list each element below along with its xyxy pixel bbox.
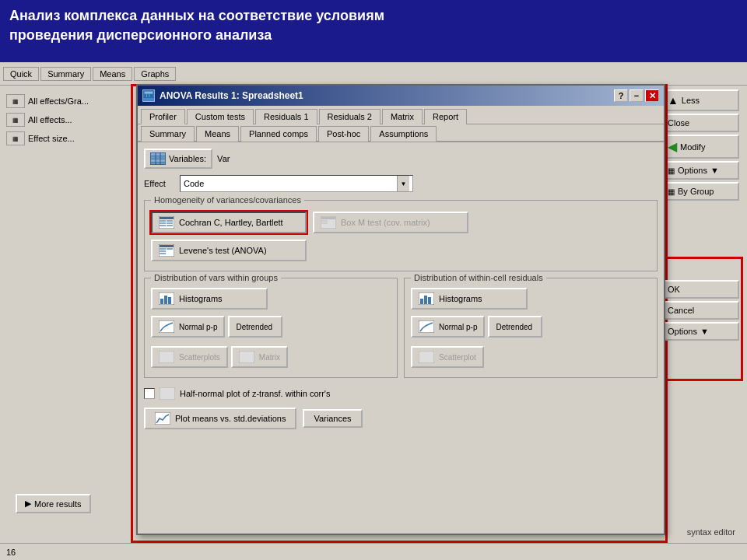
right-panel-lower: OK Cancel Options ▼ xyxy=(661,280,739,341)
normal-pp-right-icon xyxy=(419,320,434,333)
modify-button[interactable]: ◀ Modify xyxy=(661,135,739,159)
svg-rect-7 xyxy=(151,156,165,159)
syntax-editor-link[interactable]: syntax editor xyxy=(687,527,735,537)
svg-rect-9 xyxy=(151,163,165,164)
sidebar-item-1[interactable]: ▦ All effects... xyxy=(3,111,129,128)
cochran-icon xyxy=(159,216,174,229)
normal-pp-left-icon xyxy=(159,320,174,333)
options-button-top[interactable]: ▦ Options ▼ xyxy=(661,161,739,180)
status-bar: 16 xyxy=(0,543,747,560)
by-group-button[interactable]: ▦ By Group xyxy=(661,182,739,201)
options-button-bottom[interactable]: Options ▼ xyxy=(661,322,739,341)
variables-button[interactable]: Variables: xyxy=(144,149,212,169)
dialog-title-left: ANOVA Results 1: Spreadsheet1 xyxy=(142,89,303,102)
more-results-button[interactable]: ▶ More results xyxy=(16,494,91,513)
options-icon: ▦ xyxy=(668,166,675,175)
box-m-button[interactable]: Box M test (cov. matrix) xyxy=(313,212,468,233)
svg-rect-43 xyxy=(160,387,175,400)
svg-rect-39 xyxy=(424,296,427,304)
tab-planned-comps[interactable]: Planned comps xyxy=(240,126,317,142)
tab-bar-bottom: Summary Means Planned comps Post-hoc Ass… xyxy=(138,125,664,142)
halfnormal-checkbox[interactable] xyxy=(144,388,155,399)
page-number: 16 xyxy=(6,548,16,557)
histograms-left-icon xyxy=(159,292,174,305)
sidebar-icon-2: ▦ xyxy=(6,131,25,145)
svg-rect-36 xyxy=(239,351,254,363)
homogeneity-label: Homogeneity of variances/covariances xyxy=(151,195,304,205)
dist-within-groups-label: Distribution of vars within groups xyxy=(151,273,281,282)
tab-assumptions[interactable]: Assumptions xyxy=(370,126,437,142)
svg-rect-1 xyxy=(145,92,153,94)
svg-rect-28 xyxy=(160,253,166,254)
detrended-right-button[interactable]: Detrended xyxy=(488,316,542,338)
scatterplot-right-button[interactable]: Scatterplot xyxy=(411,346,484,368)
sidebar-item-2[interactable]: ▦ Effect size... xyxy=(3,130,129,147)
close-button[interactable]: Close xyxy=(661,114,739,132)
svg-rect-18 xyxy=(167,222,173,224)
detrended-left-button[interactable]: Detrended xyxy=(228,316,282,338)
sidebar-label-0: All effects/Gra... xyxy=(28,96,89,106)
normal-pp-left-button[interactable]: Normal p-p xyxy=(151,316,225,338)
dialog-titlebar: ANOVA Results 1: Spreadsheet1 ? − ✕ xyxy=(138,86,664,106)
histograms-left-button[interactable]: Histograms xyxy=(151,288,268,310)
sidebar-icon-0: ▦ xyxy=(6,94,25,108)
tab-report[interactable]: Report xyxy=(424,109,467,124)
tab-bar-top: Profiler Custom tests Residuals 1 Residu… xyxy=(138,106,664,124)
scatterplot-right-icon xyxy=(419,351,434,363)
svg-rect-31 xyxy=(160,299,163,304)
scatterplots-icon xyxy=(159,351,174,363)
tab-matrix[interactable]: Matrix xyxy=(382,109,423,124)
tab-post-hoc[interactable]: Post-hoc xyxy=(318,126,369,142)
help-button[interactable]: ? xyxy=(614,89,628,102)
levene-icon xyxy=(159,244,174,257)
variances-button[interactable]: Variances xyxy=(303,409,362,428)
svg-rect-8 xyxy=(151,159,165,162)
toolbar-means[interactable]: Means xyxy=(93,67,132,81)
left-sidebar: ▦ All effects/Gra... ▦ All effects... ▦ … xyxy=(0,89,132,150)
sidebar-label-1: All effects... xyxy=(28,115,72,124)
dist-within-cell-box: Distribution of within-cell residuals Hi… xyxy=(404,278,658,378)
svg-rect-6 xyxy=(151,153,165,156)
scatterplots-button[interactable]: Scatterplots xyxy=(151,346,228,368)
ok-button[interactable]: OK xyxy=(661,280,739,299)
toolbar-quick[interactable]: Quick xyxy=(3,67,39,81)
tab-profiler[interactable]: Profiler xyxy=(141,109,185,124)
dropdown-arrow-icon: ▼ xyxy=(397,176,409,191)
bg-toolbar: Quick Summary Means Graphs xyxy=(0,62,747,86)
tab-custom-tests[interactable]: Custom tests xyxy=(187,109,254,124)
dialog-title-buttons: ? − ✕ xyxy=(614,89,659,102)
dist-within-groups-box: Distribution of vars within groups Histo… xyxy=(144,278,398,378)
less-button[interactable]: ▲ Less xyxy=(661,89,739,111)
minimize-button[interactable]: − xyxy=(630,89,644,102)
svg-rect-2 xyxy=(145,94,153,97)
svg-rect-27 xyxy=(160,250,166,252)
cancel-button[interactable]: Cancel xyxy=(661,301,739,320)
svg-rect-38 xyxy=(420,299,423,304)
svg-rect-13 xyxy=(160,217,174,219)
close-dialog-button[interactable]: ✕ xyxy=(645,89,659,102)
dropdown-arrow-icon: ▼ xyxy=(710,166,719,175)
sidebar-item-0[interactable]: ▦ All effects/Gra... xyxy=(3,93,129,110)
halfnormal-label: Half-normal plot of z-transf. within cor… xyxy=(180,389,330,398)
cochran-button[interactable]: Cochran C, Hartley, Bartlett xyxy=(151,212,307,233)
histograms-right-button[interactable]: Histograms xyxy=(411,288,528,310)
anova-dialog: ANOVA Results 1: Spreadsheet1 ? − ✕ Prof… xyxy=(136,84,665,535)
toolbar-graphs[interactable]: Graphs xyxy=(134,67,176,81)
normal-pp-right-button[interactable]: Normal p-p xyxy=(411,316,485,338)
variables-row: Variables: Var xyxy=(144,149,658,169)
tab-residuals-2[interactable]: Residuals 2 xyxy=(319,109,381,124)
tab-means[interactable]: Means xyxy=(196,126,239,142)
svg-rect-35 xyxy=(159,351,174,363)
effect-row: Effect Code ▼ xyxy=(144,175,658,192)
more-results-arrow-icon: ▶ xyxy=(25,499,31,509)
dialog-title-text: ANOVA Results 1: Spreadsheet1 xyxy=(160,90,303,101)
toolbar-summary[interactable]: Summary xyxy=(40,67,91,81)
tab-residuals-1[interactable]: Residuals 1 xyxy=(255,109,317,124)
levene-button[interactable]: Levene's test (ANOVA) xyxy=(151,240,307,261)
tab-summary[interactable]: Summary xyxy=(141,126,195,142)
effect-dropdown[interactable]: Code ▼ xyxy=(180,175,413,192)
app-header: Анализ комплекса данных на соответствие … xyxy=(0,0,747,62)
histograms-right-icon xyxy=(419,292,434,305)
plot-means-button[interactable]: Plot means vs. std.deviations xyxy=(144,408,296,429)
matrix-button[interactable]: Matrix xyxy=(231,346,288,368)
